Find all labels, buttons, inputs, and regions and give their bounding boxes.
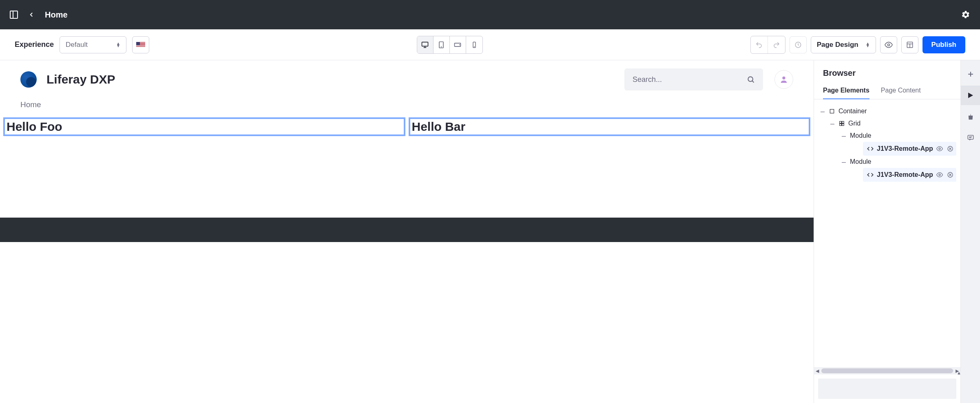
comments-panel-button[interactable]	[961, 128, 980, 148]
tree-node-module[interactable]: – Module	[818, 156, 956, 168]
add-panel-button[interactable]	[961, 64, 980, 84]
device-tablet-button[interactable]	[434, 36, 450, 53]
toolbar-right: Page Design ▲▼ Publish	[750, 36, 965, 54]
history-button[interactable]	[790, 36, 807, 53]
device-landscape-button[interactable]	[450, 36, 466, 53]
liferay-logo-icon	[20, 71, 37, 88]
page-footer	[0, 218, 814, 242]
grid-module-left[interactable]: Hello Foo	[3, 117, 405, 136]
collapse-icon[interactable]: –	[820, 108, 825, 115]
site-header: Liferay DXP	[0, 60, 814, 99]
svg-rect-33	[968, 135, 973, 139]
device-selector	[417, 36, 483, 54]
tree-label: J1V3-Remote-App	[877, 145, 933, 152]
collapse-icon[interactable]: –	[841, 132, 847, 139]
tree-label: Module	[850, 158, 871, 165]
experience-select[interactable]: Default ▲▼	[60, 36, 126, 53]
grid-icon	[838, 120, 845, 127]
remove-icon[interactable]	[947, 172, 953, 178]
scroll-up-icon[interactable]: ▲	[957, 370, 961, 375]
tree-node-container[interactable]: – Container	[818, 105, 956, 117]
svg-point-16	[782, 77, 785, 79]
svg-point-14	[748, 77, 753, 81]
svg-rect-17	[830, 109, 834, 113]
tree-node-grid[interactable]: – Grid	[818, 117, 956, 130]
breadcrumb[interactable]: Home	[20, 100, 41, 109]
design-panel-button[interactable]	[961, 107, 980, 126]
svg-rect-20	[840, 124, 842, 126]
sort-arrows-icon: ▲▼	[866, 42, 870, 47]
tree-label: J1V3-Remote-App	[877, 171, 933, 178]
tree-leaf-remote-app[interactable]: J1V3-Remote-App	[863, 168, 956, 182]
svg-rect-19	[842, 121, 844, 123]
device-mobile-button[interactable]	[466, 36, 482, 53]
breadcrumb-row: Home	[0, 99, 814, 117]
search-box[interactable]	[624, 68, 763, 90]
tree-leaf-remote-app[interactable]: J1V3-Remote-App	[863, 142, 956, 156]
tab-page-content[interactable]: Page Content	[881, 83, 921, 99]
collapse-icon[interactable]: –	[830, 120, 835, 127]
module-box[interactable]: Hello Foo	[4, 118, 405, 135]
eye-icon[interactable]	[936, 172, 943, 178]
remove-icon[interactable]	[947, 145, 953, 152]
settings-button[interactable]	[961, 10, 970, 19]
eye-icon[interactable]	[936, 145, 943, 152]
page-config-button[interactable]	[901, 36, 918, 53]
code-icon	[867, 172, 874, 178]
svg-marker-32	[968, 92, 973, 98]
leaf-actions	[936, 172, 953, 178]
toolbar-center	[417, 36, 483, 54]
scrollbar-track[interactable]	[821, 368, 953, 373]
site-header-right	[624, 68, 793, 90]
svg-point-4	[441, 46, 442, 47]
device-desktop-button[interactable]	[417, 36, 434, 53]
toolbar-left: Experience Default ▲▼	[15, 36, 149, 53]
undo-button[interactable]	[751, 36, 768, 53]
canvas: Liferay DXP Home Hello Foo	[0, 60, 814, 403]
user-avatar[interactable]	[774, 70, 793, 89]
collapse-icon[interactable]: –	[841, 158, 847, 165]
module-box[interactable]: Hello Bar	[409, 118, 810, 135]
panel-toggle-icon[interactable]	[10, 11, 18, 19]
svg-point-6	[460, 44, 460, 45]
browser-panel: Browser Page Elements Page Content – Con…	[814, 60, 960, 403]
experience-label: Experience	[15, 40, 54, 49]
side-rail	[960, 60, 980, 403]
svg-rect-21	[842, 124, 844, 126]
tree-node-module[interactable]: – Module	[818, 130, 956, 142]
panel-bottom-placeholder	[818, 379, 956, 399]
sort-arrows-icon: ▲▼	[116, 42, 120, 47]
locale-button[interactable]	[132, 36, 149, 53]
experience-value: Default	[66, 41, 88, 49]
svg-point-26	[939, 174, 940, 176]
main-area: Liferay DXP Home Hello Foo	[0, 60, 980, 403]
svg-point-10	[887, 44, 889, 46]
module-text: Hello Bar	[412, 120, 807, 134]
search-input[interactable]	[633, 75, 747, 84]
svg-point-22	[939, 148, 940, 150]
publish-button[interactable]: Publish	[922, 36, 965, 53]
code-icon	[867, 145, 874, 152]
horizontal-scrollbar[interactable]: ◀ ▶	[814, 367, 960, 374]
tree-label: Grid	[848, 120, 861, 127]
topbar: Home	[0, 0, 980, 29]
browser-panel-tabs: Page Elements Page Content	[814, 83, 960, 99]
element-tree: – Container – Grid – Module J1V3-Remote-…	[814, 99, 960, 367]
back-button[interactable]	[28, 11, 35, 18]
grid-module-right[interactable]: Hello Bar	[409, 117, 811, 136]
site-title: Liferay DXP	[46, 73, 115, 86]
grid-container[interactable]: Hello Foo Hello Bar	[0, 117, 814, 136]
tree-label: Module	[850, 132, 871, 139]
browser-panel-title: Browser	[814, 60, 960, 83]
preview-button[interactable]	[880, 36, 897, 53]
redo-button[interactable]	[768, 36, 785, 53]
browser-panel-button[interactable]	[961, 86, 980, 105]
edit-mode-select[interactable]: Page Design ▲▼	[811, 36, 876, 53]
scroll-left-icon[interactable]: ◀	[816, 368, 819, 374]
tab-page-elements[interactable]: Page Elements	[823, 83, 869, 99]
svg-rect-0	[422, 42, 428, 46]
svg-point-8	[474, 46, 474, 47]
container-icon	[829, 108, 835, 115]
edit-mode-value: Page Design	[817, 41, 858, 49]
leaf-actions	[936, 145, 953, 152]
